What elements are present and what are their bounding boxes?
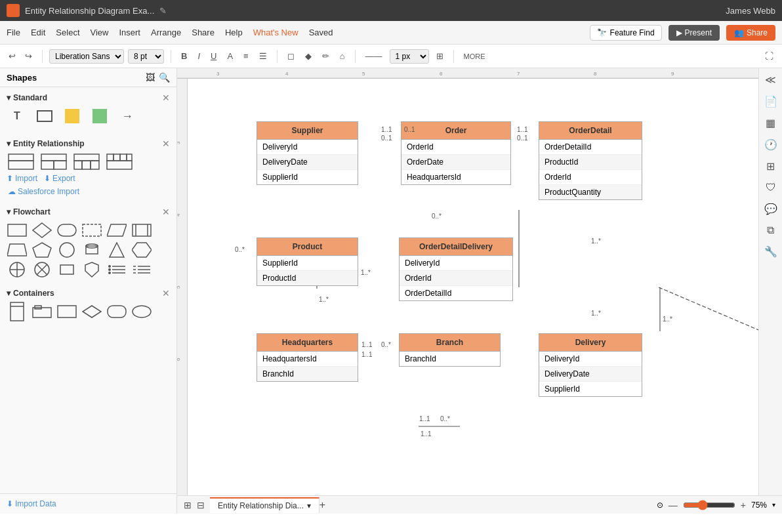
clock-icon[interactable]: 🕐 bbox=[764, 138, 777, 151]
text-shape[interactable]: T bbox=[7, 108, 28, 124]
fc-process[interactable] bbox=[131, 222, 152, 238]
cont-shape-2[interactable] bbox=[31, 304, 52, 319]
undo-button[interactable]: ↩ bbox=[5, 49, 19, 63]
bold-button[interactable]: B bbox=[178, 49, 190, 63]
canvas-bg[interactable]: 0..* 1..* 1..1 0..1 0..1 0..* bbox=[188, 79, 758, 495]
menu-view[interactable]: View bbox=[91, 28, 109, 37]
fc-small-rect[interactable] bbox=[56, 262, 77, 277]
fc-x-circle[interactable] bbox=[31, 262, 52, 277]
fc-rounded[interactable] bbox=[56, 222, 77, 238]
fc-diamond[interactable] bbox=[31, 222, 52, 238]
er-shape-1[interactable] bbox=[7, 154, 35, 170]
fc-triangle[interactable] bbox=[106, 242, 127, 258]
salesforce-import-button[interactable]: ☁ Salesforce Import bbox=[7, 187, 170, 196]
arrow-shape[interactable]: → bbox=[117, 108, 138, 124]
fc-hexagon[interactable] bbox=[131, 242, 152, 258]
containers-close-button[interactable]: ✕ bbox=[162, 288, 170, 298]
fc-pentagon[interactable] bbox=[31, 242, 52, 258]
text-align-button[interactable]: ☰ bbox=[256, 49, 270, 63]
redo-button[interactable]: ↪ bbox=[22, 49, 35, 63]
share-button[interactable]: 👥 Share bbox=[726, 25, 775, 41]
zoom-in-button[interactable]: + bbox=[741, 500, 746, 510]
tools-icon[interactable]: 🔧 bbox=[764, 245, 777, 258]
menu-whats-new[interactable]: What's New bbox=[253, 28, 298, 37]
fill-color-button[interactable]: ◻ bbox=[284, 49, 298, 63]
present-button[interactable]: ▶ Present bbox=[669, 25, 720, 41]
fc-parallelogram[interactable] bbox=[106, 222, 127, 238]
standard-close-button[interactable]: ✕ bbox=[162, 92, 170, 103]
er-shape-4[interactable] bbox=[105, 154, 134, 170]
er-shape-3[interactable] bbox=[72, 154, 101, 170]
flowchart-close-button[interactable]: ✕ bbox=[162, 207, 170, 217]
canvas-viewport[interactable]: 3 4 5 6 0..* 1..* bbox=[177, 79, 758, 495]
entity-product[interactable]: Product SupplierId ProductId bbox=[257, 237, 358, 286]
font-select[interactable]: Liberation Sans bbox=[49, 49, 124, 64]
feature-find-button[interactable]: 🔭 Feature Find bbox=[590, 25, 662, 41]
zoom-slider[interactable] bbox=[683, 500, 735, 510]
font-color-button[interactable]: A bbox=[224, 49, 236, 63]
entity-delivery[interactable]: Delivery DeliveryId DeliveryDate Supplie… bbox=[539, 333, 642, 397]
shield-icon[interactable]: 🛡 bbox=[766, 182, 776, 194]
fc-rect[interactable] bbox=[7, 222, 28, 238]
edit-icon[interactable]: ✎ bbox=[159, 6, 167, 16]
entity-headquarters[interactable]: Headquarters HeadquartersId BranchId bbox=[257, 333, 358, 382]
fill-style-button[interactable]: ◆ bbox=[302, 49, 315, 63]
cont-shape-1[interactable] bbox=[7, 304, 28, 319]
tab-dropdown-icon[interactable]: ▾ bbox=[307, 501, 311, 510]
stack-icon[interactable]: ⊞ bbox=[766, 160, 775, 173]
image-search-button[interactable]: 🖼 bbox=[146, 72, 155, 83]
export-button[interactable]: ⬇ Export bbox=[44, 174, 75, 183]
tab-er-diagram[interactable]: Entity Relationship Dia... ▾ bbox=[210, 497, 319, 513]
align-button[interactable]: ≡ bbox=[240, 49, 252, 63]
menu-file[interactable]: File bbox=[7, 28, 20, 37]
italic-button[interactable]: I bbox=[194, 49, 203, 63]
zoom-dropdown-icon[interactable]: ▾ bbox=[772, 501, 775, 508]
entity-order[interactable]: Order OrderId OrderDate HeadquartersId bbox=[401, 121, 511, 185]
chat-icon[interactable]: 💬 bbox=[764, 203, 777, 215]
entity-order-detail-delivery[interactable]: OrderDetailDelivery DeliveryId OrderId O… bbox=[399, 237, 513, 301]
rect-shape[interactable] bbox=[34, 108, 55, 124]
stroke-color-button[interactable]: ✏ bbox=[319, 49, 333, 63]
zoom-out-button[interactable]: — bbox=[669, 500, 678, 510]
cont-shape-3[interactable] bbox=[56, 304, 77, 319]
fc-trapezoid[interactable] bbox=[7, 242, 28, 258]
line-style-button[interactable]: —— bbox=[362, 49, 386, 63]
green-shape[interactable] bbox=[89, 108, 110, 124]
fc-shield[interactable] bbox=[81, 262, 102, 277]
font-size-select[interactable]: 8 pt bbox=[128, 49, 164, 64]
add-page-button[interactable]: + bbox=[319, 499, 325, 511]
connection-style-button[interactable]: ⊞ bbox=[433, 49, 447, 63]
fullscreen-button[interactable]: ⛶ bbox=[762, 49, 777, 63]
menu-edit[interactable]: Edit bbox=[31, 28, 45, 37]
grid-view-button[interactable]: ⊞ bbox=[184, 500, 192, 510]
collapse-icon[interactable]: ≪ bbox=[765, 73, 776, 86]
fc-dashed-rect[interactable] bbox=[81, 222, 102, 238]
list-view-button[interactable]: ⊟ bbox=[197, 500, 205, 510]
fc-circle[interactable] bbox=[56, 242, 77, 258]
menu-share[interactable]: Share bbox=[192, 28, 215, 37]
fc-cylinder[interactable] bbox=[81, 242, 102, 258]
cont-shape-4[interactable] bbox=[81, 304, 102, 319]
canvas-area[interactable]: 3 4 5 6 7 8 9 3 4 5 bbox=[177, 68, 782, 495]
entity-supplier[interactable]: Supplier DeliveryId DeliveryDate Supplie… bbox=[257, 121, 358, 185]
er-close-button[interactable]: ✕ bbox=[162, 138, 170, 149]
cont-shape-6[interactable] bbox=[131, 304, 152, 319]
layers2-icon[interactable]: ⧉ bbox=[767, 224, 774, 236]
entity-order-detail[interactable]: OrderDetail OrderDetailId ProductId Orde… bbox=[539, 121, 642, 200]
search-shapes-button[interactable]: 🔍 bbox=[159, 72, 170, 83]
import-data-button[interactable]: ⬇ Import Data bbox=[7, 499, 170, 508]
table-icon[interactable]: ▦ bbox=[766, 117, 775, 129]
entity-branch[interactable]: Branch BranchId bbox=[399, 333, 501, 367]
sticky-shape[interactable] bbox=[62, 108, 83, 124]
menu-select[interactable]: Select bbox=[56, 28, 79, 37]
more-button[interactable]: MORE bbox=[461, 51, 489, 62]
cont-shape-5[interactable] bbox=[106, 304, 127, 319]
er-shape-2[interactable] bbox=[39, 154, 68, 170]
fc-cross[interactable] bbox=[7, 262, 28, 277]
fc-list1[interactable] bbox=[106, 262, 127, 277]
stroke-style-button[interactable]: ⌂ bbox=[337, 49, 348, 63]
menu-arrange[interactable]: Arrange bbox=[151, 28, 181, 37]
menu-help[interactable]: Help bbox=[225, 28, 243, 37]
line-width-select[interactable]: 1 px bbox=[390, 49, 429, 64]
menu-saved[interactable]: Saved bbox=[309, 28, 333, 37]
